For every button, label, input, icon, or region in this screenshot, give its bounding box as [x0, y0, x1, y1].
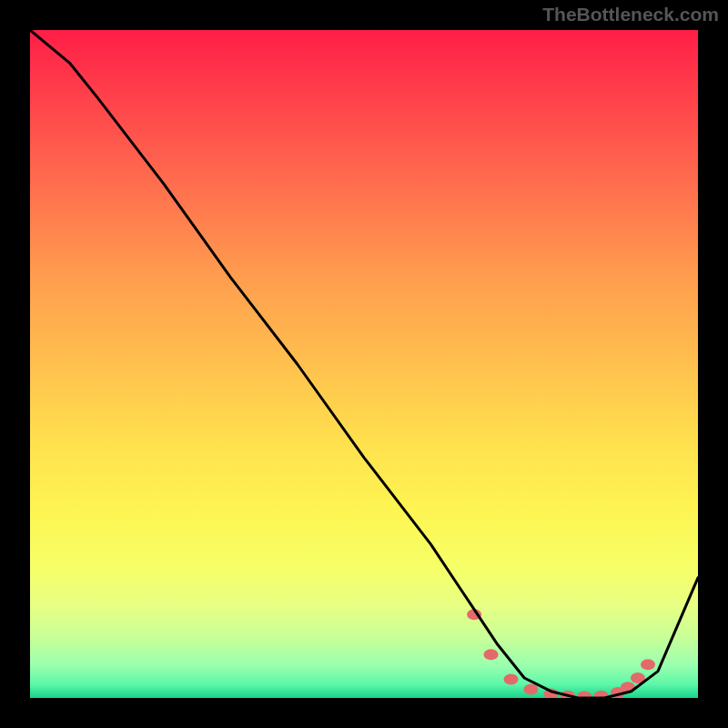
bottleneck-curve: [30, 30, 698, 698]
curve-layer: [30, 30, 698, 698]
bottleneck-markers: [467, 609, 655, 698]
marker-dot: [524, 684, 539, 695]
marker-dot: [641, 659, 655, 670]
plot-area: [30, 30, 698, 698]
attribution-label: TheBottleneck.com: [542, 4, 719, 25]
chart-frame: TheBottleneck.com: [0, 0, 728, 728]
marker-dot: [484, 649, 499, 660]
marker-dot: [504, 673, 519, 684]
